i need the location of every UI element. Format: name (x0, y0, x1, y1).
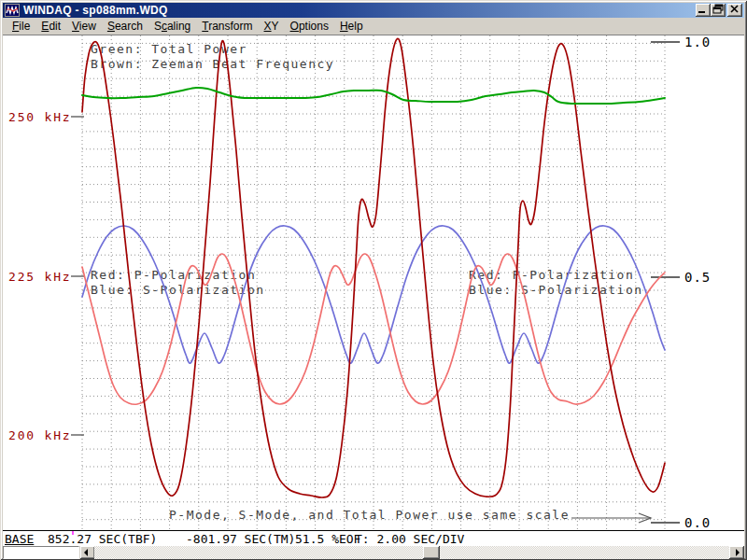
status-field: BASE (5, 532, 34, 546)
left-arrow-icon (84, 549, 88, 556)
restore-button[interactable] (711, 4, 726, 17)
menu-item-help[interactable]: Help (334, 18, 369, 35)
status-bar: BASE852.27 SEC(TBF)-801.97 SEC(TM)51.5 %… (3, 530, 744, 546)
title-bar[interactable]: WINDAQ - sp088mm.WDQ (3, 3, 744, 18)
scroll-left-button[interactable] (80, 546, 95, 559)
menu-item-transform[interactable]: Transform (196, 18, 258, 35)
scroll-right-button[interactable] (729, 546, 744, 559)
event-marker (72, 531, 74, 535)
menu-item-xy[interactable]: XY (259, 18, 285, 35)
plot-annotation: Red: P-Polarization (469, 268, 634, 282)
left-axis-label: 250 kHz (8, 110, 71, 124)
left-axis-label: 225 kHz (8, 270, 71, 284)
status-field: -801.97 SEC(TM) (186, 532, 295, 546)
menu-item-file[interactable]: File (7, 18, 35, 35)
windaq-window: WINDAQ - sp088mm.WDQ FileEditViewSearchS… (0, 0, 747, 560)
scroll-info-box (3, 546, 79, 559)
menu-bar: FileEditViewSearchScalingTransformXYOpti… (3, 18, 744, 35)
app-icon (5, 4, 20, 17)
right-axis-label: 0.0 (684, 515, 711, 530)
plot-annotation: P-Mode, S-Mode, and Total Power use same… (169, 508, 570, 522)
plot-annotation: Brown: Zeeman Beat Frequency (91, 57, 334, 71)
window-title: WINDAQ - sp088mm.WDQ (23, 4, 696, 17)
status-field: T: 2.00 SEC/DIV (355, 532, 464, 546)
menu-item-search[interactable]: Search (102, 18, 148, 35)
waveform-display[interactable]: 250 kHz225 kHz200 kHz1.00.50.0Green: Tot… (3, 35, 744, 530)
horizontal-scrollbar (3, 546, 744, 559)
close-button[interactable] (727, 4, 742, 17)
plot-svg: 250 kHz225 kHz200 kHz1.00.50.0Green: Tot… (3, 35, 744, 530)
menu-item-edit[interactable]: Edit (35, 18, 66, 35)
status-field: 852.27 SEC(TBF) (48, 532, 157, 546)
menu-item-scaling[interactable]: Scaling (148, 18, 196, 35)
right-axis-label: 0.5 (684, 270, 711, 285)
menu-item-view[interactable]: View (66, 18, 102, 35)
menu-item-options[interactable]: Options (285, 18, 334, 35)
scrollbar-track[interactable] (94, 546, 729, 559)
left-axis-label: 200 kHz (8, 428, 71, 442)
plot-annotation: Blue: S-Polarization (469, 283, 643, 297)
scrollbar-thumb[interactable] (423, 546, 440, 559)
status-field: 51.5 %EOF (295, 532, 360, 546)
minimize-button[interactable] (696, 4, 711, 17)
right-arrow-icon (736, 549, 740, 556)
right-axis-label: 1.0 (684, 35, 711, 49)
